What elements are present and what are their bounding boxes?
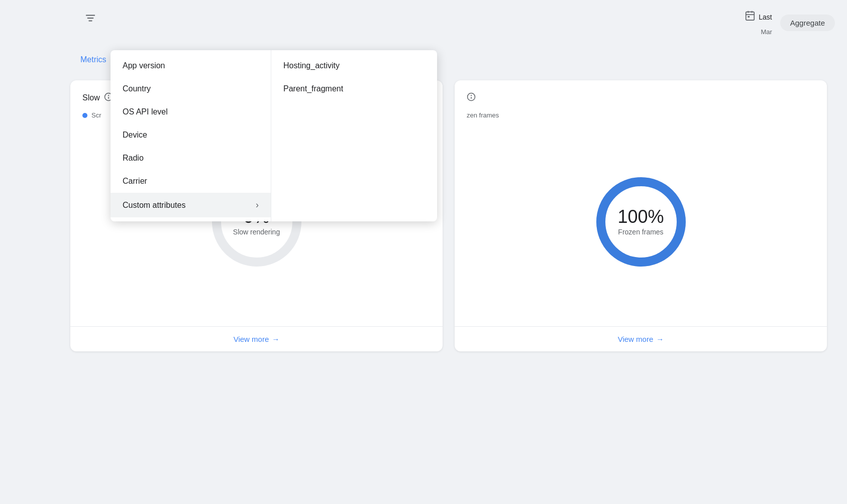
card-body-frozen: 100% Frozen frames xyxy=(455,125,827,326)
dropdown-item-label: Radio xyxy=(123,154,144,163)
dropdown-item-label: OS API level xyxy=(123,107,168,116)
metrics-label: Metrics xyxy=(80,55,107,64)
dropdown-item-app-version[interactable]: App version xyxy=(111,54,271,77)
dropdown-item-label: App version xyxy=(123,61,165,70)
dropdown-item-parent-fragment[interactable]: Parent_fragment xyxy=(271,77,437,100)
dropdown-menu: App version Country OS API level Device … xyxy=(111,50,437,221)
card-title-slow: Slow xyxy=(82,93,100,102)
subtitle-text-frozen: zen frames xyxy=(467,111,499,119)
dropdown-item-carrier[interactable]: Carrier xyxy=(111,170,271,193)
view-more-label-frozen: View more xyxy=(618,335,654,343)
view-more-label-slow: View more xyxy=(234,335,269,343)
dropdown-item-os-api-level[interactable]: OS API level xyxy=(111,100,271,123)
view-more-frozen[interactable]: View more → xyxy=(618,335,664,343)
arrow-icon-frozen: → xyxy=(656,335,664,343)
last-label: Last xyxy=(759,13,772,21)
card-footer-slow: View more → xyxy=(70,326,443,351)
donut-label-frozen: Frozen frames xyxy=(617,228,664,236)
dropdown-item-custom-attributes[interactable]: Custom attributes › xyxy=(111,193,271,217)
chevron-right-icon: › xyxy=(256,200,259,210)
card-header-frozen xyxy=(455,80,827,109)
aggregate-button[interactable]: Aggregate xyxy=(780,15,835,31)
card-footer-frozen: View more → xyxy=(455,326,827,351)
donut-label-slow: Slow rendering xyxy=(233,228,280,236)
svg-rect-7 xyxy=(748,16,750,18)
svg-rect-3 xyxy=(746,12,755,20)
dropdown-item-label: Custom attributes xyxy=(123,201,185,210)
calendar-icon xyxy=(745,10,756,24)
info-icon-frozen xyxy=(467,92,476,103)
dropdown-right-column: Hosting_activity Parent_fragment xyxy=(271,50,437,221)
subtitle-text-slow: Scr xyxy=(91,111,101,119)
view-more-slow[interactable]: View more → xyxy=(234,335,280,343)
donut-center-frozen: 100% Frozen frames xyxy=(617,208,664,236)
frozen-frames-card: zen frames 100% Frozen frames View more … xyxy=(455,80,827,351)
date-info-row: Last xyxy=(745,10,772,24)
dropdown-item-label: Parent_fragment xyxy=(283,84,343,93)
date-info: Last Mar xyxy=(745,10,772,36)
dot-blue-slow xyxy=(82,113,87,118)
dropdown-item-country[interactable]: Country xyxy=(111,77,271,100)
dropdown-item-device[interactable]: Device xyxy=(111,123,271,147)
dropdown-item-label: Device xyxy=(123,131,147,140)
donut-percent-frozen: 100% xyxy=(617,208,664,226)
dropdown-left-column: App version Country OS API level Device … xyxy=(111,50,271,221)
filter-button[interactable] xyxy=(80,8,100,28)
dropdown-item-label: Country xyxy=(123,84,151,93)
top-right-controls: Last Mar Aggregate xyxy=(745,10,835,36)
dropdown-item-label: Hosting_activity xyxy=(283,61,340,70)
dropdown-item-hosting-activity[interactable]: Hosting_activity xyxy=(271,54,437,77)
date-value: Mar xyxy=(761,28,772,36)
card-subtitle-frozen: zen frames xyxy=(455,109,827,125)
donut-frozen: 100% Frozen frames xyxy=(586,167,696,277)
dropdown-item-radio[interactable]: Radio xyxy=(111,147,271,170)
arrow-icon-slow: → xyxy=(272,335,279,343)
dropdown-item-label: Carrier xyxy=(123,177,147,186)
